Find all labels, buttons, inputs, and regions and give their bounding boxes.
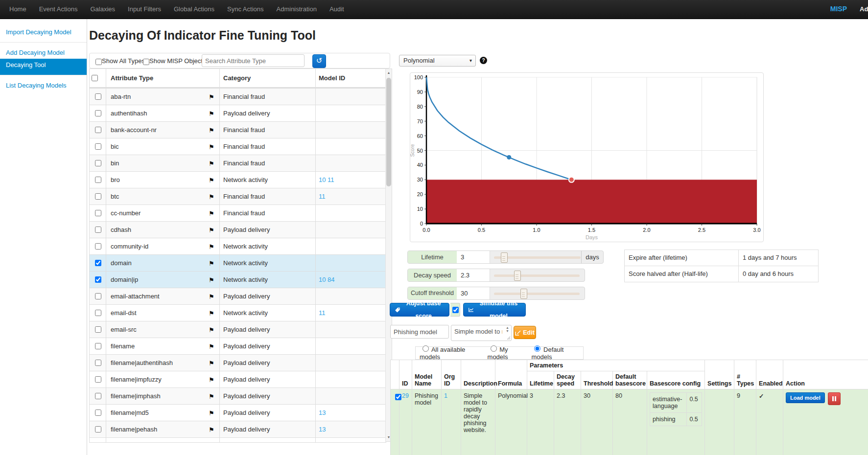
model-filter-option[interactable]: Default models: [531, 345, 583, 361]
model-filter-option[interactable]: All available models: [420, 345, 484, 361]
pause-model-button[interactable]: [828, 392, 841, 405]
flag-icon[interactable]: ⚑: [209, 409, 214, 416]
simulate-model-button[interactable]: Simulate this model: [463, 303, 526, 317]
table-row[interactable]: filename ⚑ Payload delivery: [90, 338, 386, 354]
flag-icon[interactable]: ⚑: [209, 159, 214, 167]
table-row[interactable]: email-src ⚑ Payload delivery: [90, 321, 386, 338]
row-checkbox[interactable]: [95, 177, 101, 183]
sidebar-item[interactable]: List Decaying Models: [0, 79, 87, 91]
lifetime-slider-handle[interactable]: [501, 252, 508, 263]
help-icon[interactable]: ?: [480, 57, 487, 64]
navbar-item[interactable]: Administration: [270, 0, 323, 13]
table-row[interactable]: bin ⚑ Financial fraud: [90, 155, 386, 171]
model-id-link[interactable]: 13: [319, 426, 326, 433]
model-id-link[interactable]: 13: [319, 442, 326, 443]
sidebar-item[interactable]: Decaying Tool: [0, 59, 87, 75]
row-checkbox[interactable]: [95, 193, 101, 200]
row-checkbox[interactable]: [95, 410, 101, 416]
table-row[interactable]: filename|sha1 ⚑ Payload delivery 13: [90, 437, 386, 443]
table-row[interactable]: aba-rtn ⚑ Financial fraud: [90, 88, 386, 105]
show-all-types-label[interactable]: Show All Types: [102, 57, 145, 65]
table-row[interactable]: bro ⚑ Network activity 10 11: [90, 171, 386, 188]
header-category[interactable]: Category: [219, 69, 315, 87]
lifetime-slider[interactable]: [494, 251, 581, 263]
select-all-checkbox[interactable]: [92, 75, 98, 81]
row-checkbox[interactable]: [95, 127, 101, 133]
resize-grip-icon[interactable]: [507, 336, 511, 340]
flag-icon[interactable]: ⚑: [209, 93, 214, 100]
navbar-item[interactable]: Global Actions: [167, 0, 221, 13]
model-row-checkbox[interactable]: [395, 394, 401, 400]
show-all-types-checkbox[interactable]: [95, 59, 102, 65]
adjust-base-score-checkbox[interactable]: [452, 307, 459, 313]
table-row[interactable]: bank-account-nr ⚑ Financial fraud: [90, 121, 386, 138]
misp-brand[interactable]: MISP: [830, 5, 847, 13]
flag-icon[interactable]: ⚑: [209, 110, 214, 117]
row-checkbox[interactable]: [95, 360, 101, 366]
navbar-item[interactable]: Event Actions: [33, 0, 84, 13]
flag-icon[interactable]: ⚑: [209, 326, 214, 333]
table-row[interactable]: email-dst ⚑ Network activity 11: [90, 304, 386, 321]
row-checkbox[interactable]: [95, 343, 101, 349]
scroll-up-icon[interactable]: ▲: [386, 69, 392, 76]
model-id-link[interactable]: 29: [402, 392, 409, 399]
flag-icon[interactable]: ⚑: [209, 309, 214, 317]
row-checkbox[interactable]: [95, 210, 101, 216]
row-checkbox[interactable]: [95, 243, 101, 250]
model-name-input[interactable]: [390, 325, 449, 339]
sidebar-item[interactable]: Import Decaying Model: [0, 26, 87, 43]
flag-icon[interactable]: ⚑: [209, 209, 214, 217]
model-filter-option[interactable]: My models: [488, 345, 528, 361]
flag-icon[interactable]: ⚑: [209, 243, 214, 250]
decay-speed-slider[interactable]: [494, 269, 580, 281]
table-row[interactable]: email-attachment ⚑ Payload delivery: [90, 288, 386, 304]
sidebar-item[interactable]: Add Decaying Model: [0, 46, 87, 59]
navbar-item[interactable]: Galaxies: [84, 0, 121, 13]
table-row[interactable]: community-id ⚑ Network activity: [90, 238, 386, 254]
table-row[interactable]: btc ⚑ Financial fraud 11: [90, 188, 386, 205]
edit-model-button[interactable]: Edit: [514, 326, 536, 339]
row-checkbox[interactable]: [95, 276, 101, 283]
row-checkbox[interactable]: [95, 227, 101, 233]
search-input[interactable]: [202, 54, 305, 67]
flag-icon[interactable]: ⚑: [209, 126, 214, 134]
row-checkbox[interactable]: [95, 143, 101, 150]
navbar-item[interactable]: Audit: [323, 0, 351, 13]
flag-icon[interactable]: ⚑: [209, 176, 214, 183]
flag-icon[interactable]: ⚑: [209, 359, 214, 366]
table-row[interactable]: cdhash ⚑ Payload delivery: [90, 221, 386, 238]
table-row[interactable]: cc-number ⚑ Financial fraud: [90, 205, 386, 221]
model-id-link[interactable]: 10 84: [319, 276, 335, 283]
load-model-button[interactable]: Load model: [786, 392, 825, 403]
row-checkbox[interactable]: [95, 110, 101, 116]
row-checkbox[interactable]: [95, 393, 101, 399]
navbar-item[interactable]: Input Filters: [121, 0, 167, 13]
header-attribute-type[interactable]: Attribute Type: [106, 69, 219, 87]
row-checkbox[interactable]: [95, 293, 101, 299]
model-id-link[interactable]: 11: [319, 193, 326, 200]
model-filter-radio[interactable]: [534, 345, 540, 352]
show-misp-objects-checkbox[interactable]: [143, 59, 149, 65]
flag-icon[interactable]: ⚑: [209, 226, 214, 233]
flag-icon[interactable]: ⚑: [209, 193, 214, 200]
cutoff-threshold-slider-handle[interactable]: [520, 289, 527, 299]
refresh-button[interactable]: ↺: [312, 54, 326, 68]
row-checkbox[interactable]: [95, 426, 101, 432]
flag-icon[interactable]: ⚑: [209, 259, 214, 267]
navbar-item[interactable]: Home: [3, 0, 33, 13]
row-checkbox[interactable]: [95, 260, 101, 266]
table-row[interactable]: filename|pehash ⚑ Payload delivery 13: [90, 421, 386, 437]
model-filter-radio[interactable]: [491, 345, 497, 352]
table-row[interactable]: domain|ip ⚑ Network activity 10 84: [90, 271, 386, 288]
flag-icon[interactable]: ⚑: [209, 442, 214, 443]
spinner-up-icon[interactable]: ▲: [505, 326, 510, 329]
table-row[interactable]: filename|md5 ⚑ Payload delivery 13: [90, 404, 386, 421]
model-id-link[interactable]: 13: [319, 409, 326, 416]
table-row[interactable]: domain ⚑ Network activity: [90, 254, 386, 271]
decay-speed-value[interactable]: 2.3: [457, 269, 490, 281]
table-row[interactable]: authentihash ⚑ Payload delivery: [90, 105, 386, 121]
decay-chart-canvas[interactable]: 01020304050607080901000.00.51.01.52.02.5…: [410, 73, 762, 241]
model-id-link[interactable]: 10 11: [319, 176, 334, 183]
adjust-base-score-button[interactable]: Adjust base score: [390, 303, 449, 317]
flag-icon[interactable]: ⚑: [209, 376, 214, 383]
